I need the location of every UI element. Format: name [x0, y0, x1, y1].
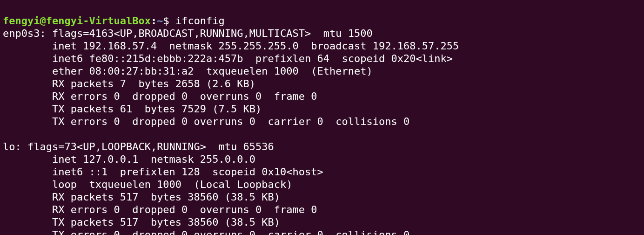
output-line: inet6 ::1 prefixlen 128 scopeid 0x10<hos… [3, 166, 323, 178]
output-line: RX errors 0 dropped 0 overruns 0 frame 0 [3, 204, 317, 215]
output-line: TX packets 517 bytes 38560 (38.5 KB) [3, 216, 280, 228]
output-line: inet 192.168.57.4 netmask 255.255.255.0 … [3, 40, 459, 52]
output-line: lo: flags=73<UP,LOOPBACK,RUNNING> mtu 65… [3, 141, 274, 152]
output-line: RX packets 517 bytes 38560 (38.5 KB) [3, 191, 280, 203]
output-line: TX errors 0 dropped 0 overruns 0 carrier… [3, 116, 409, 127]
prompt-user-host: fengyi@fengyi-VirtualBox [3, 15, 151, 27]
output-line: loop txqueuelen 1000 (Local Loopback) [3, 179, 293, 190]
output-line: TX packets 61 bytes 7529 (7.5 KB) [3, 103, 262, 115]
command-text: ifconfig [175, 15, 225, 27]
output-line: RX packets 7 bytes 2658 (2.6 KB) [3, 78, 255, 90]
output-line: inet 127.0.0.1 netmask 255.0.0.0 [3, 153, 255, 165]
prompt-path: ~ [157, 15, 163, 27]
output-line: inet6 fe80::215d:ebbb:222a:457b prefixle… [3, 53, 453, 64]
output-line: TX errors 0 dropped 0 overruns 0 carrier… [3, 229, 409, 235]
terminal-window[interactable]: fengyi@fengyi-VirtualBox:~$ ifconfig enp… [0, 0, 644, 235]
prompt-colon: : [151, 15, 157, 27]
output-line: enp0s3: flags=4163<UP,BROADCAST,RUNNING,… [3, 28, 373, 39]
output-line: ether 08:00:27:bb:31:a2 txqueuelen 1000 … [3, 65, 373, 77]
prompt-dollar: $ [163, 15, 175, 27]
output-line: RX errors 0 dropped 0 overruns 0 frame 0 [3, 90, 317, 102]
